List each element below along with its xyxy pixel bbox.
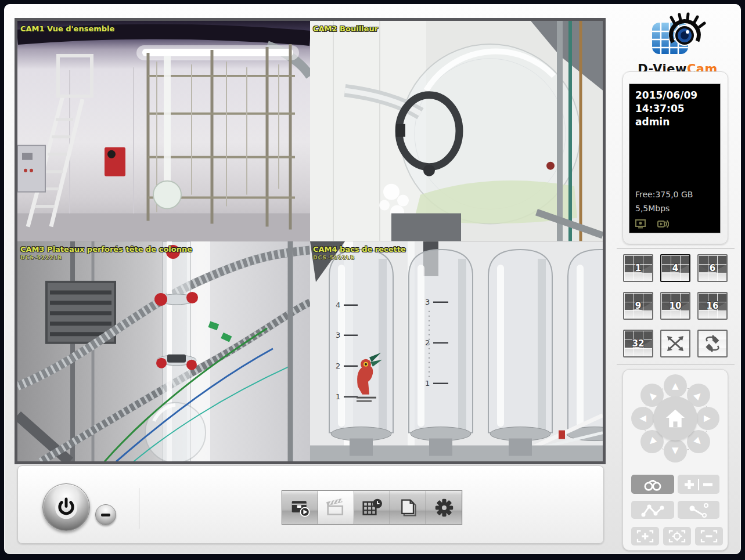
cam1-scene	[17, 21, 310, 241]
layout-16-button[interactable]: 16	[697, 292, 728, 320]
video-wall: CAM1 Vue d'ensemble	[15, 18, 606, 464]
focus-near-icon	[634, 529, 656, 544]
status-date: 2015/06/09	[635, 89, 714, 102]
arrow-up-left-icon: ▲	[647, 390, 658, 401]
layout-4-label: 4	[661, 255, 689, 281]
power-button[interactable]	[42, 483, 90, 531]
focus-far-icon	[698, 529, 720, 544]
svg-text:1: 1	[425, 378, 430, 387]
status-screen: 2015/06/09 14:37:05 admin Free:375,0 GB …	[629, 84, 721, 233]
svg-text:2: 2	[336, 361, 340, 370]
record-clip-button[interactable]	[318, 491, 354, 524]
arrow-right-icon: ▲	[703, 415, 712, 422]
layout-10-label: 10	[661, 293, 689, 319]
layout-6-button[interactable]: 6	[697, 254, 728, 282]
arrow-left-icon: ▲	[638, 415, 647, 422]
zoom-in-out-button[interactable]	[678, 475, 719, 494]
patrol-path-icon	[640, 503, 665, 518]
power-icon	[50, 491, 82, 523]
cam3-scene	[17, 241, 310, 462]
sidebar-divider-bottom	[617, 364, 735, 365]
free-space: Free:375,0 GB	[635, 190, 693, 199]
home-icon	[665, 409, 686, 428]
minimize-button[interactable]	[95, 504, 116, 525]
ptz-pad: ▲ ▲ ▲ ▲ ▲ ▲ ▲ ▲	[623, 370, 728, 469]
layout-32-button[interactable]: 32	[623, 330, 653, 357]
layout-1-label: 1	[624, 255, 652, 281]
record-clip-icon	[325, 498, 347, 518]
camera-tile-4[interactable]: 4321 321	[310, 241, 603, 462]
ptz-up-button[interactable]: ▲	[664, 374, 687, 398]
log-icon	[398, 498, 418, 518]
arrow-down-left-icon: ▲	[647, 436, 658, 447]
auto-focus-button[interactable]	[663, 527, 691, 545]
camera-tile-1[interactable]: CAM1 Vue d'ensemble	[17, 21, 310, 241]
focus-far-button[interactable]	[695, 527, 723, 545]
camera-tile-2[interactable]: CAM2 Bouilleur	[310, 21, 603, 241]
bottom-bar	[17, 465, 604, 544]
ptz-left-button[interactable]: ▲	[631, 407, 654, 430]
log-button[interactable]	[390, 491, 426, 524]
binoculars-icon	[643, 478, 663, 492]
status-user: admin	[635, 115, 714, 129]
svg-text:3: 3	[336, 330, 340, 339]
patrol-path-button[interactable]	[631, 501, 674, 519]
svg-text:4: 4	[336, 300, 340, 309]
cam4-scene: 4321 321	[310, 241, 603, 462]
ptz-panel: ▲ ▲ ▲ ▲ ▲ ▲ ▲ ▲	[622, 369, 728, 551]
display-icon	[635, 219, 646, 229]
auto-focus-icon	[666, 529, 688, 544]
layout-6-label: 6	[699, 255, 726, 281]
focus-near-button[interactable]	[631, 527, 659, 545]
arrow-up-icon: ▲	[672, 382, 679, 391]
layout-10-button[interactable]: 10	[660, 292, 690, 320]
layout-16-label: 16	[699, 293, 726, 319]
layout-4-button[interactable]: 4	[660, 254, 690, 282]
main-toolbar	[282, 490, 462, 525]
svg-text:3: 3	[425, 297, 430, 306]
fullscreen-button[interactable]	[660, 330, 690, 357]
bitrate: 5,5Mbps	[635, 204, 670, 213]
schedule-button[interactable]	[354, 491, 390, 524]
arrow-up-right-icon: ▲	[693, 390, 704, 401]
cam2-scene	[310, 21, 603, 241]
settings-button[interactable]	[426, 491, 462, 524]
schedule-icon	[361, 498, 383, 518]
app-window: CAM1 Vue d'ensemble	[4, 4, 741, 554]
ptz-right-button[interactable]: ▲	[696, 407, 719, 430]
goto-preset-icon	[687, 503, 710, 518]
layout-9-label: 9	[624, 293, 652, 319]
ptz-mode-button[interactable]	[631, 475, 674, 494]
status-time: 14:37:05	[635, 102, 714, 115]
audio-out-icon	[657, 219, 669, 229]
sidebar-divider-top	[617, 248, 735, 249]
camera-tile-3[interactable]: CAM3 Plateaux perforés tête de colonne D…	[17, 241, 310, 462]
svg-text:1: 1	[336, 392, 340, 400]
eye-globe-logo-icon	[643, 12, 712, 61]
layout-32-label: 32	[624, 331, 652, 356]
playback-button[interactable]	[282, 491, 318, 524]
ptz-home-button[interactable]	[653, 396, 697, 440]
minimize-icon	[101, 514, 110, 516]
app-logo: D-ViewCam	[631, 12, 724, 76]
fullscreen-icon	[665, 334, 685, 353]
arrow-down-icon: ▲	[672, 447, 679, 456]
playback-icon	[290, 498, 311, 518]
arrow-down-right-icon: ▲	[693, 436, 704, 447]
zoom-in-out-icon	[681, 478, 716, 492]
bottom-bar-divider	[139, 488, 139, 529]
switch-view-icon	[703, 334, 722, 353]
ptz-down-button[interactable]: ▲	[664, 439, 687, 463]
goto-preset-button[interactable]	[678, 501, 719, 519]
layout-selector: 1 4 6 9 10 16 32	[623, 254, 728, 357]
settings-icon	[434, 498, 455, 518]
layout-1-button[interactable]: 1	[623, 254, 653, 282]
switch-view-button[interactable]	[697, 330, 728, 357]
status-panel: 2015/06/09 14:37:05 admin Free:375,0 GB …	[622, 71, 728, 244]
layout-9-button[interactable]: 9	[623, 292, 653, 320]
